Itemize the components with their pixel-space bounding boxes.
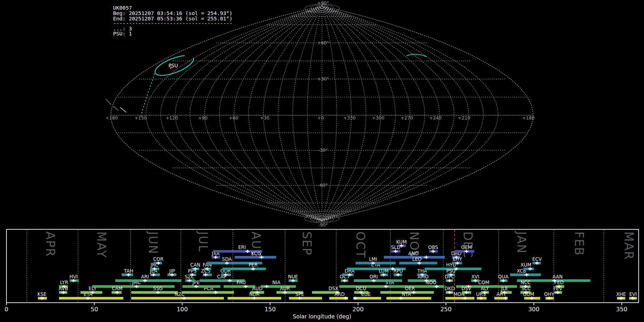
meridian-line <box>278 6 322 221</box>
meridian-line <box>322 6 337 221</box>
shower-bar-PER <box>223 268 266 270</box>
lat-label: +30° <box>317 76 329 82</box>
shower-label-LYR: LYR <box>60 280 68 285</box>
shower-bar-NZC <box>131 297 224 299</box>
shower-bar-NOO <box>414 285 444 288</box>
axis-tick-label: 150 <box>264 306 276 313</box>
shower-bar-ARI <box>115 279 181 282</box>
meridian-line <box>190 6 322 221</box>
scene-canvas: +90°+60°+30°-30°-60°-90°+180+150+120+90+… <box>0 0 644 322</box>
meridian-line <box>307 6 322 221</box>
shower-bar-KCG <box>235 256 276 258</box>
shower-label-ORI: ORI <box>370 274 378 279</box>
shower-label-NUE: NUE <box>288 274 298 279</box>
shower-label-AUR: AUR <box>280 286 290 291</box>
lat-label: +90° <box>317 0 329 6</box>
shower-label-EHY: EHY <box>453 257 462 262</box>
meridian-line <box>249 6 322 221</box>
shower-label-KSE: KSE <box>38 292 47 297</box>
psu-radiant-label: PSU <box>169 63 178 68</box>
timeline-chart: APRMAYJUNJULAUGSEPOCTNOVDECJANFEBMARKSEL… <box>5 229 639 313</box>
month-label: JAN <box>514 231 528 254</box>
month-label: FEB <box>572 231 586 256</box>
month-label: APR <box>43 231 57 257</box>
lon-label: +180 <box>106 115 118 121</box>
shower-label-ERI: ERI <box>238 245 246 250</box>
shower-label-OCU: OCU <box>356 286 366 291</box>
shower-label-GEM: GEM <box>461 245 472 250</box>
axis-tick-label: 100 <box>177 306 188 313</box>
shower-label-COR: COR <box>153 257 164 262</box>
shower-bar-EGE <box>353 297 381 299</box>
meridian-line <box>322 6 395 221</box>
shower-label-CAM: CAM <box>112 286 123 291</box>
shower-label-EVI: EVI <box>629 292 637 297</box>
shower-label-XVI: XVI <box>472 274 479 279</box>
shower-label-DSV: DSV <box>462 286 472 291</box>
observation-header: UK0057 Beg: 20251207 03:54:16 (sol = 254… <box>113 5 233 36</box>
shower-label-ARI: ARI <box>141 274 149 279</box>
trail-dash <box>120 107 126 112</box>
axis-tick-label: 250 <box>440 306 452 313</box>
meridian-line <box>175 6 322 221</box>
shower-label-OHY: OHY <box>544 292 555 297</box>
lon-label: +0 <box>317 115 324 121</box>
shower-label-OBS: OBS <box>428 245 438 250</box>
shower-bar-NTA <box>386 297 431 299</box>
shower-label-SPE: SPE <box>295 292 304 297</box>
shower-label-TAH: TAH <box>124 268 133 274</box>
shower-bar-JPE <box>182 285 220 288</box>
shower-label-SCC: SCC <box>521 286 531 291</box>
shower-label-NOO: NOO <box>425 280 436 285</box>
lon-label: +210 <box>458 115 470 121</box>
shower-label-OER: OER <box>405 286 415 291</box>
shower-label-HVI: HVI <box>69 274 78 279</box>
meridian-line <box>322 6 366 221</box>
shower-label-AND: AND <box>408 251 419 256</box>
psu-drift-trail <box>140 71 155 118</box>
shower-label-AVB: AVB <box>59 286 68 291</box>
meridian-line <box>322 6 439 221</box>
month-label: MAR <box>622 231 636 260</box>
shower-label-NIA: NIA <box>272 280 280 285</box>
shower-bar-MON <box>445 297 474 299</box>
shower-label-ARD: ARD <box>335 292 345 297</box>
lon-label: +120 <box>166 115 178 121</box>
shower-bar-LMI <box>356 262 396 264</box>
axis-tick-label: 300 <box>528 306 540 313</box>
shower-label-LMI: LMI <box>369 257 377 262</box>
shower-label-DKD: DKD <box>444 286 455 291</box>
shower-label-XUM: XUM <box>521 262 531 268</box>
month-label: OCT <box>353 231 367 258</box>
shower-bar-SSG <box>131 291 178 294</box>
meridian-line <box>146 6 322 221</box>
shower-label-DSX: DSX <box>328 286 338 291</box>
shower-label-GUM: GUM <box>523 292 534 297</box>
meridian-line <box>161 6 322 221</box>
shower-label-JIP: JIP <box>169 268 175 274</box>
lon-label: +270 <box>401 115 413 121</box>
meridian-line <box>205 6 322 221</box>
month-label: JUL <box>196 231 210 252</box>
shower-label-SSG: SSG <box>153 286 163 291</box>
lat-label: -90° <box>318 222 328 228</box>
shower-label-XHE: XHE <box>616 292 626 297</box>
shower-bar-ETA <box>59 297 123 299</box>
shower-label-COM: COM <box>478 280 489 285</box>
count-psu: PSU: 1 <box>113 30 132 36</box>
axis-tick-label: 50 <box>91 306 98 313</box>
lon-label: +90 <box>198 115 208 121</box>
shower-label-FED: FED <box>554 280 564 285</box>
shower-label-PER: PER <box>249 262 258 268</box>
lon-label: +180 <box>522 115 535 121</box>
shower-bar-ORI <box>354 279 402 282</box>
axis-tick-label: 200 <box>352 306 364 313</box>
shower-bar-STA <box>339 285 414 288</box>
sky-map: +90°+60°+30°-30°-60°-90°+180+150+120+90+… <box>106 0 535 228</box>
shower-label-RPU: RPU <box>393 268 403 274</box>
shower-bar-SPE <box>289 297 322 299</box>
shower-label-QUA: QUA <box>498 274 508 279</box>
secondary-radiant-arc <box>406 54 427 57</box>
meridian-line <box>322 6 469 221</box>
lon-label: +30 <box>260 115 269 121</box>
